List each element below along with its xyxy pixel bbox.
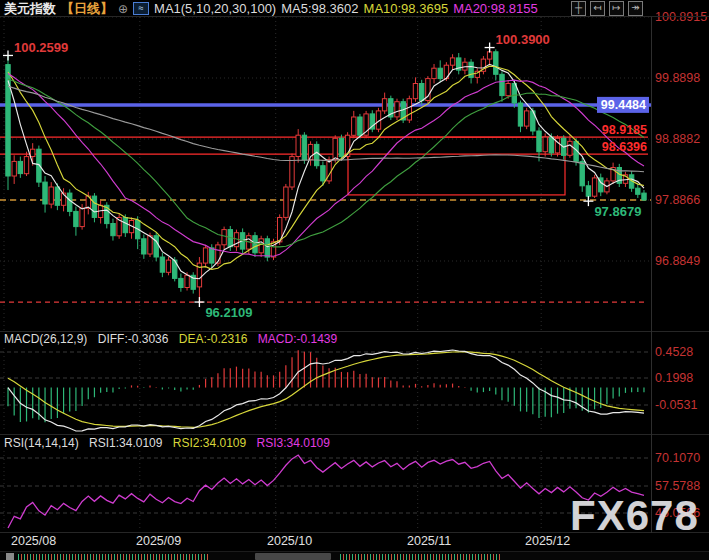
price-axis-label: 99.8898 <box>655 71 700 85</box>
rsi-axis-label: 57.5788 <box>655 479 700 493</box>
symbol-name: 美元指数 <box>4 0 56 18</box>
red-level-label: 98.9185 <box>602 123 647 137</box>
price-annotation: 100.3900 <box>496 32 550 47</box>
macd-diff-value: DIFF:-0.3036 <box>98 332 169 346</box>
macd-axis-label: 0.4528 <box>655 345 693 359</box>
period-selector[interactable]: 【日线】 <box>61 0 113 18</box>
rsi2-value: RSI2:34.0109 <box>173 436 246 450</box>
ma-lines <box>8 64 644 278</box>
rsi-plot <box>0 455 651 528</box>
price-annotation: 100.2599 <box>14 40 68 55</box>
time-axis-label: 2025/10 <box>267 534 312 548</box>
price-axis-label: 98.8882 <box>655 132 700 146</box>
add-indicator-icon[interactable]: ⊕ <box>118 2 128 16</box>
ma-params-label: MA1(5,10,20,30,100) <box>154 1 276 16</box>
rsi3-value: RSI3:34.0109 <box>257 436 330 450</box>
ma20-value: MA20:98.8155 <box>453 1 538 16</box>
blue-level-label: 99.4484 <box>601 98 646 112</box>
mini-navigator-strip[interactable] <box>0 551 709 560</box>
time-axis-label: 2025/09 <box>136 534 181 548</box>
macd-legend: MACD(26,12,9) DIFF:-0.3036 DEA:-0.2316 M… <box>4 332 344 346</box>
time-axis-label: 2025/12 <box>525 534 570 548</box>
rsi-axis-label: 70.1070 <box>655 451 700 465</box>
macd-plot <box>0 350 651 431</box>
header-toolbar: ┼ ↤ ↦ ↠ <box>571 1 643 16</box>
ma5-value: MA5:98.3602 <box>281 1 358 16</box>
rsi-params-label: RSI(14,14,14) <box>4 436 79 450</box>
chart-app: 美元指数 【日线】 ⊕ ≈ MA1(5,10,20,30,100) MA5:98… <box>0 0 709 560</box>
mini-strip-marker <box>6 553 14 560</box>
macd-params-label: MACD(26,12,9) <box>4 332 87 346</box>
macd-axis-label: -0.0531 <box>655 398 697 412</box>
price-axis-label: 97.8866 <box>655 193 700 207</box>
price-annotation: 97.8679 <box>594 204 641 219</box>
right-axis-labels: 100.891599.889898.888297.886696.88490.45… <box>655 10 707 520</box>
rsi-legend: RSI(14,14,14) RSI1:34.0109 RSI2:34.0109 … <box>4 436 337 450</box>
ma10-value: MA10:98.3695 <box>364 1 449 16</box>
mini-strip-ticks <box>18 554 208 560</box>
pan-tool-icon[interactable]: ┼ <box>571 1 586 16</box>
time-axis-label: 2025/08 <box>11 534 56 548</box>
time-axis-label: 2025/11 <box>407 534 451 548</box>
grid-lines <box>0 17 651 531</box>
shift-right-icon[interactable]: ↠ <box>628 1 643 16</box>
level-labels: 99.448498.918598.6396 <box>597 97 649 154</box>
scroll-right-icon[interactable]: ↦ <box>609 1 624 16</box>
panel-separators <box>0 17 709 534</box>
price-annotation: 96.2109 <box>205 305 252 320</box>
macd-hist-value: MACD:-0.1439 <box>258 332 337 346</box>
chart-thumbnail-icon[interactable]: ≈ <box>133 2 149 15</box>
scroll-left-icon[interactable]: ↤ <box>590 1 605 16</box>
price-axis-label: 96.8849 <box>655 254 700 268</box>
red-level-label: 98.6396 <box>602 140 647 154</box>
level-lines <box>0 105 651 302</box>
macd-axis-label: 0.1998 <box>655 371 693 385</box>
rsi1-value: RSI1:34.0109 <box>89 436 162 450</box>
watermark: FX678 <box>570 492 699 540</box>
macd-dea-value: DEA:-0.2316 <box>179 332 248 346</box>
mini-strip-ticks <box>340 554 502 560</box>
mini-strip-handle[interactable] <box>255 553 331 560</box>
candles <box>6 48 646 303</box>
chart-canvas[interactable]: 100.2599100.390096.210997.867999.448498.… <box>0 0 709 533</box>
